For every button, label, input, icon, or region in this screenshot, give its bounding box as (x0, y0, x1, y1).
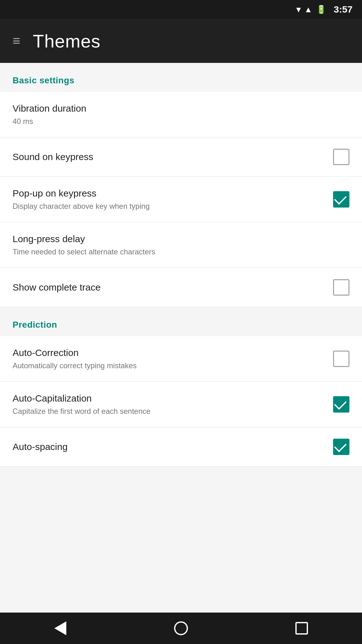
status-bar: ▾ ▲ 🔋 3:57 (0, 0, 362, 19)
basic-settings-header: Basic settings (0, 63, 362, 92)
back-icon (54, 621, 66, 635)
home-icon (174, 621, 188, 635)
long-press-delay-subtitle: Time needed to select alternate characte… (13, 247, 349, 256)
home-button[interactable] (168, 616, 194, 641)
long-press-delay-item[interactable]: Long-press delay Time needed to select a… (0, 222, 362, 268)
status-time: 3:57 (334, 4, 353, 15)
auto-correction-checkbox[interactable] (333, 351, 349, 367)
auto-spacing-item[interactable]: Auto-spacing (0, 427, 362, 467)
auto-correction-item[interactable]: Auto-Correction Automatically correct ty… (0, 336, 362, 382)
settings-content: Basic settings Vibration duration 40 ms … (0, 63, 362, 613)
sound-on-keypress-title: Sound on keypress (13, 152, 333, 162)
sound-on-keypress-checkbox[interactable] (333, 149, 349, 165)
bottom-navigation (0, 613, 362, 644)
auto-capitalization-subtitle: Capitalize the first word of each senten… (13, 407, 333, 416)
status-icons: ▾ ▲ 🔋 3:57 (296, 4, 353, 15)
popup-on-keypress-item[interactable]: Pop-up on keypress Display character abo… (0, 177, 362, 222)
auto-capitalization-checkbox[interactable] (333, 396, 349, 413)
auto-correction-title: Auto-Correction (13, 347, 333, 358)
recents-icon (295, 622, 308, 635)
sound-on-keypress-item[interactable]: Sound on keypress (0, 137, 362, 177)
vibration-duration-item[interactable]: Vibration duration 40 ms (0, 92, 362, 137)
vibration-duration-title: Vibration duration (13, 103, 349, 114)
prediction-header: Prediction (0, 307, 362, 336)
popup-on-keypress-checkbox[interactable] (333, 191, 349, 208)
battery-icon: 🔋 (316, 5, 326, 14)
hamburger-menu-icon[interactable]: ≡ (13, 33, 20, 48)
signal-icon: ▲ (304, 5, 312, 14)
auto-spacing-checkbox[interactable] (333, 439, 349, 455)
vibration-duration-value: 40 ms (13, 117, 349, 126)
show-complete-trace-checkbox[interactable] (333, 279, 349, 296)
show-complete-trace-item[interactable]: Show complete trace (0, 268, 362, 307)
auto-capitalization-title: Auto-Capitalization (13, 393, 333, 404)
popup-on-keypress-subtitle: Display character above key when typing (13, 202, 333, 211)
back-button[interactable] (48, 616, 73, 641)
app-bar: ≡ Themes (0, 19, 362, 63)
auto-correction-subtitle: Automatically correct typing mistakes (13, 361, 333, 370)
auto-capitalization-item[interactable]: Auto-Capitalization Capitalize the first… (0, 382, 362, 427)
show-complete-trace-title: Show complete trace (13, 282, 333, 293)
app-title: Themes (33, 31, 101, 52)
popup-on-keypress-title: Pop-up on keypress (13, 188, 333, 199)
long-press-delay-title: Long-press delay (13, 234, 349, 244)
recents-button[interactable] (289, 616, 314, 641)
wifi-icon: ▾ (296, 5, 300, 14)
auto-spacing-title: Auto-spacing (13, 441, 333, 452)
